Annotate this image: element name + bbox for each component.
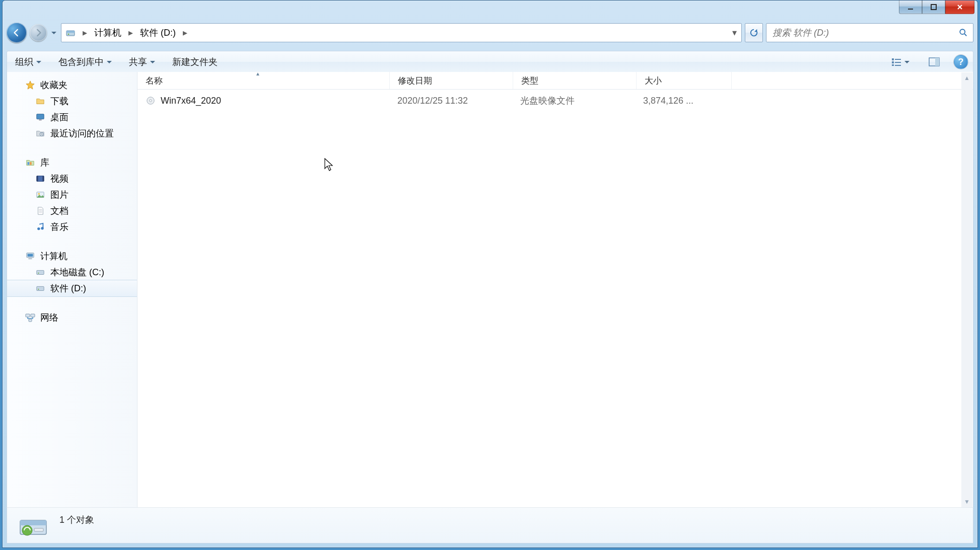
- sidebar-item-recent[interactable]: 最近访问的位置: [7, 125, 137, 141]
- column-type-label: 类型: [521, 75, 538, 87]
- computer-group: 计算机 本地磁盘 (C:) 软件 (D:): [7, 248, 137, 297]
- breadcrumb-sep-icon[interactable]: ▸: [180, 24, 190, 42]
- column-type[interactable]: 类型: [513, 72, 637, 89]
- svg-rect-35: [29, 319, 32, 322]
- svg-rect-1: [931, 5, 936, 10]
- svg-rect-20: [37, 176, 38, 182]
- organize-menu[interactable]: 组织: [12, 54, 44, 70]
- network-label: 网络: [40, 311, 58, 324]
- sidebar-item-documents[interactable]: 文档: [7, 203, 137, 219]
- column-size-label: 大小: [645, 75, 662, 87]
- sidebar-item-network[interactable]: 网络: [7, 309, 137, 326]
- sidebar-item-downloads[interactable]: 下载: [7, 93, 137, 109]
- svg-rect-17: [28, 162, 30, 165]
- back-button[interactable]: [7, 23, 27, 43]
- new-folder-button[interactable]: 新建文件夹: [169, 54, 221, 70]
- file-row[interactable]: Win7x64_2020 2020/12/25 11:32 光盘映像文件 3,8…: [137, 93, 973, 109]
- svg-rect-11: [895, 65, 901, 66]
- vertical-scrollbar[interactable]: ▲ ▼: [961, 72, 972, 507]
- sidebar-item-desktop[interactable]: 桌面: [7, 109, 137, 125]
- videos-label: 视频: [50, 173, 68, 185]
- share-menu[interactable]: 共享: [126, 54, 158, 70]
- breadcrumb-current[interactable]: 软件 (D:): [136, 24, 180, 42]
- minimize-button[interactable]: [899, 1, 922, 14]
- preview-pane-button[interactable]: [926, 54, 943, 69]
- sidebar-item-libraries[interactable]: 库: [7, 154, 137, 171]
- history-dropdown[interactable]: [50, 25, 58, 40]
- close-button[interactable]: [945, 1, 974, 14]
- forward-button[interactable]: [30, 24, 47, 41]
- svg-point-30: [38, 273, 39, 274]
- favorites-label: 收藏夹: [40, 79, 67, 91]
- svg-rect-41: [34, 528, 43, 531]
- window-controls: [899, 1, 974, 15]
- maximize-button[interactable]: [922, 1, 945, 14]
- client-area: 收藏夹 下载 桌面 最近访问的位置 库: [7, 72, 973, 508]
- address-bar[interactable]: ▸ 计算机 ▸ 软件 (D:) ▸ ▾: [61, 23, 742, 42]
- breadcrumb-sep-icon[interactable]: ▸: [80, 24, 90, 42]
- folder-icon: [35, 96, 45, 106]
- svg-point-23: [38, 193, 40, 195]
- sidebar-item-videos[interactable]: 视频: [7, 171, 137, 187]
- file-rows[interactable]: Win7x64_2020 2020/12/25 11:32 光盘映像文件 3,8…: [137, 90, 973, 508]
- search-box[interactable]: [766, 23, 973, 42]
- svg-rect-14: [37, 114, 44, 119]
- svg-rect-6: [892, 58, 894, 60]
- search-input[interactable]: [772, 27, 959, 39]
- iso-file-icon: [146, 96, 156, 106]
- network-icon: [25, 312, 35, 323]
- video-icon: [35, 174, 45, 184]
- refresh-button[interactable]: [745, 23, 763, 42]
- sidebar-item-computer[interactable]: 计算机: [7, 248, 137, 264]
- drive-icon: [35, 283, 45, 293]
- computer-label: 计算机: [40, 250, 67, 262]
- libraries-group: 库 视频 图片 文档 音乐: [7, 154, 137, 235]
- scroll-down-icon[interactable]: ▼: [964, 496, 970, 507]
- svg-rect-39: [20, 520, 46, 525]
- navigation-bar: ▸ 计算机 ▸ 软件 (D:) ▸ ▾: [7, 22, 973, 44]
- help-button[interactable]: ?: [954, 55, 968, 69]
- svg-rect-3: [66, 31, 75, 33]
- disk-c-label: 本地磁盘 (C:): [50, 266, 104, 278]
- file-size: 3,874,126 ...: [643, 96, 693, 106]
- breadcrumb-computer[interactable]: 计算机: [90, 24, 125, 42]
- include-in-library-menu[interactable]: 包含到库中: [55, 54, 115, 70]
- new-folder-label: 新建文件夹: [172, 56, 218, 68]
- command-bar: 组织 包含到库中 共享 新建文件夹 ?: [7, 51, 973, 73]
- search-icon: [959, 28, 968, 37]
- breadcrumb-sep-icon[interactable]: ▸: [125, 24, 136, 42]
- sidebar-item-favorites[interactable]: 收藏夹: [7, 77, 137, 93]
- svg-rect-34: [31, 314, 35, 317]
- scroll-up-icon[interactable]: ▲: [964, 72, 970, 84]
- documents-label: 文档: [50, 205, 68, 217]
- file-list-area: 名称 ▲ 修改日期 类型 大小 Win7x64_2020 2020/12/25: [137, 72, 973, 508]
- desktop-label: 桌面: [50, 111, 68, 123]
- svg-rect-27: [28, 254, 33, 257]
- sidebar-item-music[interactable]: 音乐: [7, 219, 137, 235]
- music-label: 音乐: [50, 221, 68, 233]
- sidebar-item-pictures[interactable]: 图片: [7, 187, 137, 203]
- column-date[interactable]: 修改日期: [390, 72, 513, 89]
- sidebar-item-software-d[interactable]: 软件 (D:): [7, 280, 137, 297]
- svg-rect-15: [39, 120, 41, 121]
- drive-large-icon: [17, 509, 49, 541]
- svg-rect-31: [37, 286, 44, 290]
- libraries-label: 库: [40, 156, 49, 169]
- recent-icon: [35, 128, 45, 138]
- svg-point-32: [38, 289, 39, 290]
- sidebar-item-local-disk-c[interactable]: 本地磁盘 (C:): [7, 264, 137, 280]
- address-dropdown[interactable]: ▾: [727, 24, 741, 42]
- libraries-icon: [25, 158, 35, 168]
- svg-rect-0: [908, 9, 913, 10]
- favorites-group: 收藏夹 下载 桌面 最近访问的位置: [7, 77, 137, 141]
- column-size[interactable]: 大小: [637, 72, 732, 89]
- music-icon: [35, 222, 45, 232]
- column-name[interactable]: 名称: [137, 72, 390, 89]
- view-options-button[interactable]: [886, 54, 915, 69]
- sort-indicator-icon: ▲: [255, 71, 260, 76]
- status-text: 1 个对象: [59, 514, 94, 526]
- svg-rect-8: [892, 61, 894, 63]
- include-label: 包含到库中: [58, 56, 104, 68]
- explorer-window: ▸ 计算机 ▸ 软件 (D:) ▸ ▾ 组织 包含到库中 共享: [2, 0, 978, 548]
- network-group: 网络: [7, 309, 137, 326]
